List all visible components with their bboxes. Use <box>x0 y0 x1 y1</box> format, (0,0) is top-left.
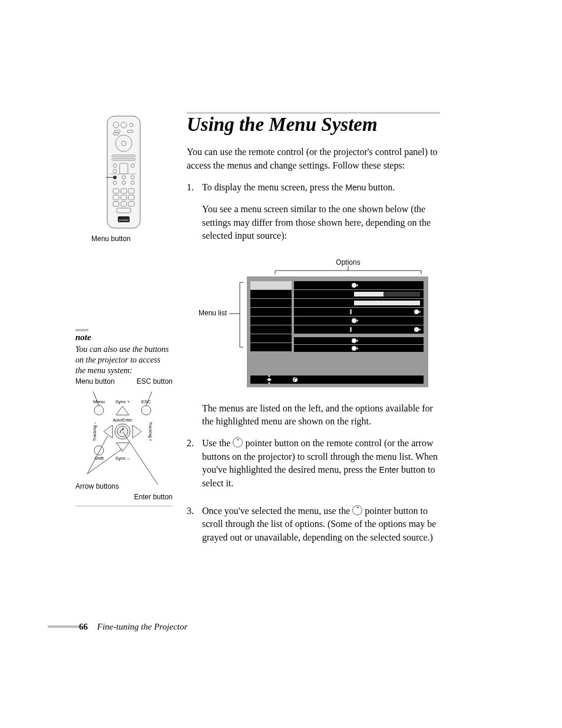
svg-point-76 <box>414 309 419 314</box>
page: EPSON Menu button note You can also use … <box>0 0 562 728</box>
svg-line-47 <box>87 449 123 474</box>
svg-point-78 <box>352 318 356 323</box>
svg-rect-66 <box>294 281 424 289</box>
remote-icon: EPSON <box>106 115 141 230</box>
svg-rect-79 <box>294 325 424 334</box>
enter-button-label: Enter button <box>75 493 173 501</box>
step-1b: You see a menu screen similar to the one… <box>202 203 440 242</box>
menu-smalllabel: Menu <box>93 399 105 404</box>
step-3: 3. Once you've selected the menu, use th… <box>187 505 440 553</box>
pointer-icon <box>352 505 362 515</box>
svg-rect-63 <box>250 325 292 334</box>
svg-rect-61 <box>250 308 292 316</box>
page-heading: Using the Menu System <box>187 114 440 135</box>
svg-rect-65 <box>250 343 292 351</box>
esc-button-label: ESC button <box>137 377 173 386</box>
svg-rect-58 <box>250 281 292 289</box>
remote-illustration: EPSON Menu button <box>91 115 156 243</box>
note-heading: note <box>75 332 170 342</box>
svg-marker-39 <box>116 406 129 415</box>
svg-rect-0 <box>107 116 140 228</box>
svg-point-38 <box>141 406 151 415</box>
svg-rect-74 <box>294 308 424 316</box>
svg-rect-85 <box>294 345 424 352</box>
step-2-num: 2. <box>187 437 202 499</box>
footer-rule <box>48 625 79 628</box>
note-text: You can also use the buttons on the proj… <box>75 344 170 377</box>
menu-button-label: Menu button <box>75 377 115 386</box>
svg-rect-73 <box>354 301 420 305</box>
svg-rect-60 <box>250 299 292 307</box>
step-1: 1. To display the menu screen, press the… <box>187 181 440 252</box>
note-block: note You can also use the buttons on the… <box>75 329 170 377</box>
svg-marker-44 <box>116 443 129 452</box>
footer-title: Fine-tuning the Projector <box>97 622 188 631</box>
page-number: 66 <box>79 622 88 631</box>
svg-rect-87 <box>250 375 424 384</box>
svg-rect-83 <box>294 337 424 344</box>
svg-point-67 <box>352 283 356 288</box>
intro-text: You can use the remote control (or the p… <box>187 146 440 172</box>
note-rule <box>75 329 88 331</box>
menulist-figlabel: Menu list <box>199 309 227 317</box>
svg-point-37 <box>94 406 104 415</box>
svg-rect-62 <box>250 317 292 325</box>
step-1c: The menus are listed on the left, and th… <box>202 402 440 429</box>
pointer-icon <box>233 437 243 447</box>
svg-text:EPSON: EPSON <box>119 219 128 222</box>
panel-diagram: Menu button ESC button Menu Sync + ESC A… <box>75 377 173 511</box>
svg-rect-80 <box>350 327 352 332</box>
tracking-plus-label: Tracking + <box>148 422 153 442</box>
step-2: 2. Use the pointer button on the remote … <box>187 437 440 499</box>
menu-word: Menu <box>345 183 366 192</box>
svg-marker-41 <box>133 425 141 438</box>
svg-point-81 <box>414 327 419 332</box>
svg-rect-70 <box>354 292 384 297</box>
svg-point-45 <box>94 446 104 455</box>
svg-rect-59 <box>250 290 292 298</box>
svg-rect-64 <box>250 334 292 342</box>
svg-marker-40 <box>104 425 113 438</box>
menu-figure: Options Menu list <box>194 258 437 390</box>
step-1a: To display the menu screen, press the Me… <box>202 181 440 194</box>
step-3-text: Once you've selected the menu, use the p… <box>202 505 440 544</box>
footer-text: 66 Fine-tuning the Projector <box>79 622 187 632</box>
step-3-num: 3. <box>187 505 202 553</box>
syncm-smalllabel: Sync – <box>115 456 130 461</box>
svg-rect-75 <box>350 309 352 314</box>
main-column: Using the Menu System You can use the re… <box>187 112 440 559</box>
options-figlabel: Options <box>336 258 360 266</box>
syncp-smalllabel: Sync + <box>115 399 130 404</box>
enter-word: Enter <box>379 465 399 475</box>
svg-point-84 <box>352 338 356 343</box>
step-2-text: Use the pointer button on the remote con… <box>202 437 440 490</box>
svg-line-46 <box>87 436 108 474</box>
autoenter-smalllabel: Auto/Enter <box>113 418 133 422</box>
remote-caption: Menu button <box>91 235 156 243</box>
panel-divider <box>75 506 173 506</box>
tracking-minus-label: Tracking – <box>92 422 97 442</box>
step-1-num: 1. <box>187 181 202 252</box>
esc-smalllabel: ESC <box>141 399 151 404</box>
projector-panel-icon: Menu Sync + ESC Auto/Enter Tracking – Tr… <box>75 391 170 492</box>
svg-rect-82 <box>294 334 424 337</box>
svg-rect-77 <box>294 317 424 325</box>
svg-point-86 <box>352 346 356 351</box>
